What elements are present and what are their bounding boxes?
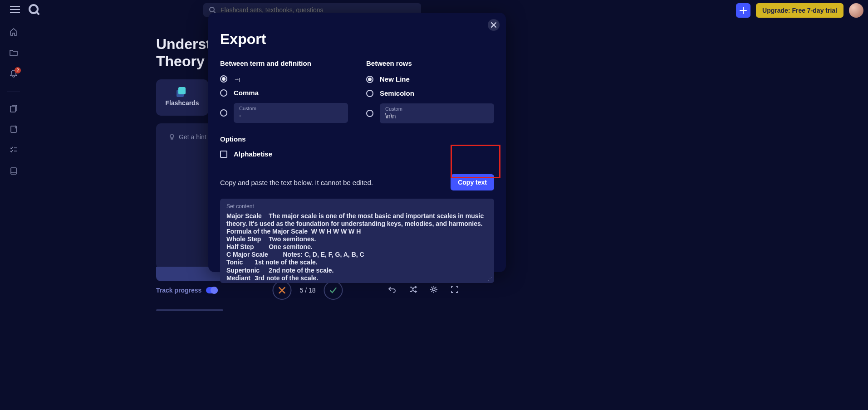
hint-button[interactable]: Get a hint [169, 133, 206, 141]
checkbox-icon [220, 151, 227, 158]
fullscreen-icon[interactable] [450, 285, 459, 296]
term-def-heading: Between term and definition [220, 59, 348, 67]
shuffle-icon[interactable] [408, 285, 417, 296]
controls-row: Track progress 5 / 18 [156, 287, 459, 294]
check-icon [329, 286, 338, 295]
alphabetise-label: Alphabetise [234, 150, 272, 158]
alphabetise-checkbox[interactable]: Alphabetise [220, 150, 494, 158]
book-icon[interactable] [9, 166, 18, 177]
custom-label: Custom [239, 106, 343, 111]
set-content-textarea[interactable]: Set content Major Scale The major scale … [220, 199, 494, 283]
menu-icon[interactable] [10, 6, 20, 15]
progress-underline [156, 309, 223, 311]
radio-label: Semicolon [380, 89, 414, 97]
hint-label: Get a hint [179, 133, 206, 141]
radio-icon [366, 76, 373, 83]
home-icon[interactable] [9, 27, 18, 38]
radio-label: Comma [234, 89, 259, 97]
svg-rect-3 [11, 126, 16, 132]
folder-icon[interactable] [9, 48, 18, 59]
rail-divider [7, 92, 20, 92]
custom-row-value: \n\n [385, 112, 489, 120]
rows-heading: Between rows [366, 59, 494, 67]
radio-icon [220, 89, 227, 97]
custom-term-input[interactable]: Custom - [234, 103, 348, 123]
close-button[interactable] [488, 19, 500, 31]
track-progress-toggle[interactable]: Track progress [156, 287, 218, 294]
custom-term-value: - [239, 112, 343, 119]
set-content-label: Set content [226, 203, 488, 210]
set-content-text: Major Scale The major scale is one of th… [226, 212, 488, 283]
left-rail: 2 [0, 27, 27, 177]
checklist-icon[interactable] [9, 146, 18, 156]
radio-label: New Line [380, 75, 410, 83]
track-progress-label: Track progress [156, 287, 201, 294]
flashcards-tab[interactable]: Flashcards [156, 79, 208, 116]
radio-icon [220, 109, 227, 117]
export-modal: Export Between term and definition →| Co… [208, 13, 506, 272]
radio-icon [366, 90, 373, 97]
undo-icon[interactable] [387, 285, 397, 296]
svg-rect-4 [11, 168, 16, 174]
create-button[interactable] [736, 3, 750, 18]
custom-row-input[interactable]: Custom \n\n [380, 103, 494, 123]
notification-badge: 2 [15, 67, 21, 73]
logo-icon[interactable] [28, 4, 40, 17]
close-icon [490, 22, 497, 28]
svg-point-6 [432, 288, 435, 291]
svg-point-1 [210, 7, 214, 12]
tab-icon: →| [234, 76, 240, 83]
flashcards-tab-label: Flashcards [166, 99, 199, 107]
radio-custom-row[interactable]: Custom \n\n [366, 103, 494, 123]
mark-correct-button[interactable] [324, 281, 343, 300]
cards-icon[interactable] [9, 104, 18, 115]
card-counter: 5 / 18 [299, 287, 315, 294]
resize-handle-icon[interactable]: ⋰ [488, 276, 492, 281]
radio-comma[interactable]: Comma [220, 89, 348, 97]
custom-label: Custom [385, 106, 489, 112]
mark-wrong-button[interactable] [272, 281, 291, 300]
radio-icon [220, 75, 227, 83]
copy-text-button[interactable]: Copy text [451, 174, 494, 190]
options-heading: Options [220, 135, 494, 143]
plus-icon [739, 6, 747, 15]
radio-tab[interactable]: →| [220, 75, 348, 83]
upgrade-button[interactable]: Upgrade: Free 7-day trial [756, 3, 843, 18]
toggle-switch[interactable] [206, 287, 218, 293]
bell-icon[interactable]: 2 [9, 69, 18, 80]
radio-custom-term[interactable]: Custom - [220, 103, 348, 123]
svg-point-5 [170, 134, 174, 138]
avatar[interactable] [849, 3, 863, 18]
radio-icon [366, 110, 373, 117]
x-icon [277, 286, 286, 295]
radio-semicolon[interactable]: Semicolon [366, 89, 494, 97]
svg-rect-2 [10, 106, 15, 112]
note-icon[interactable] [9, 125, 18, 136]
stacked-cards-icon [175, 88, 190, 96]
modal-title: Export [220, 31, 494, 48]
settings-icon[interactable] [429, 285, 438, 296]
radio-newline[interactable]: New Line [366, 75, 494, 83]
copy-description: Copy and paste the text below. It cannot… [220, 179, 373, 186]
lightbulb-icon [169, 134, 175, 140]
